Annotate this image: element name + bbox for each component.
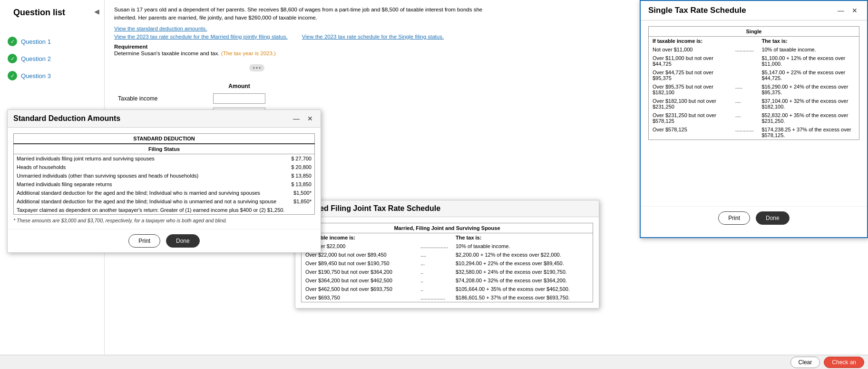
mfj-row-7: Over $693,750 ................. $186,601… — [302, 293, 593, 302]
single-row-3-tax: $5,147.00 + 22% of the excess over $44,7… — [758, 68, 859, 82]
single-row-1-income: Not over $11,000 — [649, 45, 731, 54]
modal-single-body: Single If taxable income is: The tax is:… — [641, 20, 867, 206]
mfj-row-1: Not over $22,000 ................... 10%… — [302, 242, 593, 250]
single-row-3-income: Over $44,725 but not over $95,375 — [649, 68, 731, 82]
modal-mfj: Married Filing Joint Tax Rate Schedule M… — [295, 200, 599, 309]
std-row-5-amount: $1,500* — [287, 189, 314, 197]
mfj-rate-link[interactable]: View the 2023 tax rate schedule for the … — [114, 34, 288, 40]
modal-std-footer: Print Done — [8, 229, 321, 252]
mfj-row-6-dots: .. — [417, 285, 452, 293]
std-row-1: Married individuals filing joint returns… — [14, 154, 315, 163]
std-row-3: Unmarried individuals (other than surviv… — [14, 171, 315, 180]
modal-single-header: Single Tax Rate Schedule — ✕ — [641, 1, 867, 20]
expand-collapse-icon[interactable]: • • • — [249, 64, 264, 71]
modal-std-done-button[interactable]: Done — [166, 234, 200, 248]
mfj-row-6-tax: $105,664.00 + 35% of the excess over $46… — [452, 285, 593, 293]
modal-std-controls: — ✕ — [291, 114, 315, 123]
modal-mfj-header: Married Filing Joint Tax Rate Schedule — [295, 200, 599, 217]
modal-std-body: STANDARD DEDUCTION Filing Status Married… — [8, 128, 321, 229]
modal-std-close-button[interactable]: ✕ — [305, 114, 315, 123]
mfj-row-4-income: Over $190,750 but not over $364,200 — [302, 268, 417, 276]
single-row-4-tax: $16,290.00 + 24% of the excess over $95,… — [758, 82, 859, 97]
modal-single-tax: Single Tax Rate Schedule — ✕ Single If t… — [640, 0, 868, 238]
std-table-subheader: Filing Status — [14, 144, 315, 154]
std-deduction-link[interactable]: View the standard deduction amounts. — [114, 26, 207, 31]
q3-check-icon: ✓ — [8, 71, 17, 80]
mfj-row-2-tax: $2,200.00 + 12% of the excess over $22,0… — [452, 250, 593, 259]
sidebar-item-q2-label: Question 2 — [21, 55, 51, 62]
mfj-row-4-dots: .. — [417, 268, 452, 276]
std-row-2-label: Heads of households — [14, 163, 288, 171]
mfj-row-3-tax: $10,294.00 + 22% of the excess over $89,… — [452, 259, 593, 268]
modal-single-close-button[interactable]: ✕ — [850, 6, 859, 15]
sidebar-title: Question list — [6, 8, 73, 25]
q1-check-icon: ✓ — [8, 37, 17, 46]
mfj-row-5-tax: $74,208.00 + 32% of the excess over $364… — [452, 276, 593, 285]
sidebar-collapse-button[interactable]: ◀ — [94, 8, 99, 15]
modal-mfj-body: Married, Filing Joint and Surviving Spou… — [295, 217, 599, 308]
std-row-2-amount: $ 20,800 — [287, 163, 314, 171]
modal-single-controls: — ✕ — [836, 6, 859, 15]
std-row-6: Additional standard deduction for the ag… — [14, 197, 315, 206]
single-row-5-income: Over $182,100 but not over $231,250 — [649, 97, 731, 111]
requirement-note: (The tax year is 2023.) — [221, 50, 276, 56]
single-row-6-income: Over $231,250 but not over $578,125 — [649, 111, 731, 125]
mfj-row-2: Over $22,000 but not over $89,450 .... $… — [302, 250, 593, 259]
std-row-5-label: Additional standard deduction for the ag… — [14, 189, 288, 197]
taxable-income-input[interactable] — [213, 93, 265, 104]
mfj-row-6: Over $462,500 but not over $693,750 .. $… — [302, 285, 593, 293]
single-row-7-income: Over $578,125 — [649, 125, 731, 140]
sidebar-item-q2[interactable]: ✓ Question 2 — [0, 50, 104, 67]
modal-std-title: Standard Deduction Amounts — [13, 114, 120, 123]
modal-std-minimize-button[interactable]: — — [291, 114, 302, 123]
std-row-6-label: Additional standard deduction for the ag… — [14, 197, 288, 206]
std-row-2: Heads of households $ 20,800 — [14, 163, 315, 171]
std-row-4-amount: $ 13,850 — [287, 180, 314, 189]
single-row-2-tax: $1,100.00 + 12% of the excess over $11,0… — [758, 54, 859, 68]
modal-single-minimize-button[interactable]: — — [836, 6, 846, 15]
std-row-1-label: Married individuals filing joint returns… — [14, 154, 288, 163]
mfj-row-7-income: Over $693,750 — [302, 293, 417, 302]
std-table-header: STANDARD DEDUCTION — [14, 134, 315, 144]
mfj-row-1-tax: 10% of taxable income. — [452, 242, 593, 250]
modal-mfj-title: Married Filing Joint Tax Rate Schedule — [301, 204, 440, 213]
single-row-5-dots: .... — [731, 97, 758, 111]
single-row-1: Not over $11,000 ............. 10% of ta… — [649, 45, 859, 54]
mfj-row-7-tax: $186,601.50 + 37% of the excess over $69… — [452, 293, 593, 302]
single-row-4: Over $95,375 but not over $182,100 .....… — [649, 82, 859, 97]
modal-single-done-button[interactable]: Done — [756, 211, 790, 225]
mfj-column-header: Married, Filing Joint and Surviving Spou… — [302, 223, 593, 233]
mfj-row-7-dots: ................. — [417, 293, 452, 302]
mfj-row-1-dots: ................... — [417, 242, 452, 250]
single-row-7: Over $578,125 ............. $174,238.25 … — [649, 125, 859, 140]
mfj-row-4-tax: $32,580.00 + 24% of the excess over $190… — [452, 268, 593, 276]
mfj-row-3: Over $89,450 but not over $190,750 ... $… — [302, 259, 593, 268]
modal-single-title: Single Tax Rate Schedule — [648, 6, 746, 15]
std-row-6-amount: $1,850* — [287, 197, 314, 206]
mfj-tax-table: Married, Filing Joint and Surviving Spou… — [301, 223, 593, 302]
modal-single-footer: Print Done — [641, 206, 867, 229]
std-row-1-amount: $ 27,700 — [287, 154, 314, 163]
std-row-3-label: Unmarried individuals (other than surviv… — [14, 171, 288, 180]
std-row-4-label: Married individuals filing separate retu… — [14, 180, 288, 189]
amount-header: Amount — [209, 81, 269, 91]
clear-all-button[interactable]: Clear — [790, 357, 820, 368]
mfj-row-4: Over $190,750 but not over $364,200 .. $… — [302, 268, 593, 276]
single-row-2-income: Over $11,000 but not over $44,725 — [649, 54, 731, 68]
modal-single-print-button[interactable]: Print — [718, 211, 750, 225]
single-row-6: Over $231,250 but not over $578,125 ....… — [649, 111, 859, 125]
modal-std-print-button[interactable]: Print — [128, 234, 160, 248]
single-row-2-dots — [731, 54, 758, 68]
sidebar-item-q1[interactable]: ✓ Question 1 — [0, 33, 104, 50]
single-rate-link[interactable]: View the 2023 tax rate schedule for the … — [302, 34, 444, 40]
taxable-income-label: Taxable income — [114, 91, 209, 106]
single-row-7-dots: ............. — [731, 125, 758, 140]
single-row-3-dots — [731, 68, 758, 82]
sidebar-item-q1-label: Question 1 — [21, 38, 51, 45]
std-row-5: Additional standard deduction for the ag… — [14, 189, 315, 197]
mfj-row-5-dots: .. — [417, 276, 452, 285]
sidebar-item-q3[interactable]: ✓ Question 3 — [0, 67, 104, 84]
requirement-text: Determine Susan's taxable income and tax… — [114, 50, 219, 56]
mfj-tax-is-label: The tax is: — [452, 233, 593, 242]
check-answer-button[interactable]: Check an — [824, 357, 864, 368]
